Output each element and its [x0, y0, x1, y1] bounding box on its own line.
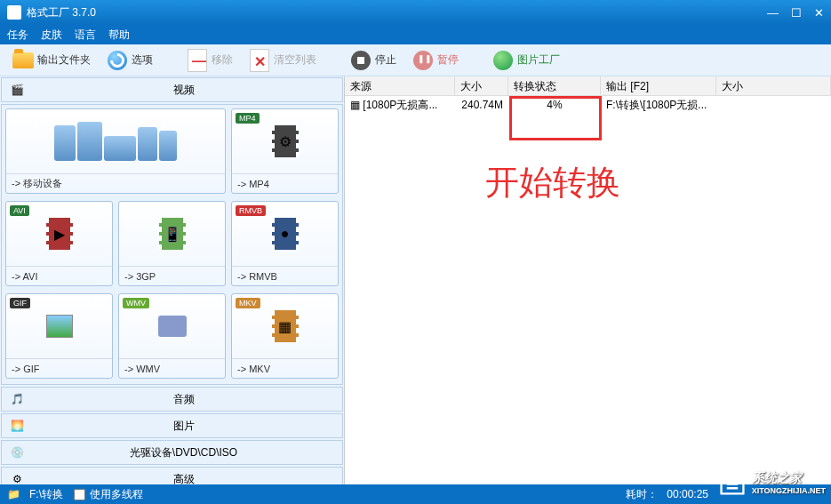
tile-rmvb[interactable]: RMVB● -> RMVB	[231, 201, 339, 286]
col-header-size[interactable]: 大小	[455, 76, 508, 95]
left-panel: 🎬 视频 -> 移动设备 MP4⚙ -> MP4	[0, 76, 345, 485]
remove-button[interactable]: 移除	[181, 48, 238, 73]
tile-devices-label: -> 移动设备	[6, 173, 225, 193]
category-video-label: 视频	[32, 83, 335, 98]
picture-category-icon: 🌅	[9, 418, 25, 434]
tile-gif-label: -> GIF	[6, 358, 112, 378]
stop-icon	[351, 51, 371, 70]
menu-bar: 任务 皮肤 语言 帮助	[0, 25, 831, 44]
close-button[interactable]: ✕	[814, 6, 824, 20]
stop-button[interactable]: 停止	[345, 48, 402, 73]
annotation-highlight-box	[509, 96, 602, 140]
status-bar: 📁 F:\转换 使用多线程 耗时： 00:00:25	[0, 484, 831, 504]
title-bar: 格式工厂 3.7.0 — ☐ ✕	[0, 0, 831, 25]
folder-small-icon: 📁	[7, 488, 20, 500]
pause-button[interactable]: 暂停	[407, 48, 464, 73]
picture-icon	[46, 315, 73, 338]
tile-mobile-devices[interactable]: -> 移动设备	[5, 108, 226, 194]
category-disc-label: 光驱设备\DVD\CD\ISO	[32, 445, 335, 460]
cell-source: [1080P无损高...	[363, 99, 437, 111]
tile-avi[interactable]: AVI▶ -> AVI	[5, 201, 113, 286]
clear-icon	[250, 49, 269, 72]
mkv-badge: MKV	[236, 298, 260, 308]
clear-label: 清空列表	[274, 52, 316, 68]
menu-language[interactable]: 语言	[75, 28, 96, 43]
remove-icon	[188, 49, 207, 72]
category-video[interactable]: 🎬 视频	[1, 77, 343, 102]
col-header-size2[interactable]: 大小	[716, 76, 831, 95]
devices-icon	[54, 122, 177, 161]
tile-mkv-label: -> MKV	[232, 358, 338, 378]
options-button[interactable]: 选项	[101, 48, 158, 73]
tile-rmvb-label: -> RMVB	[232, 266, 338, 285]
wmv-badge: WMV	[123, 298, 149, 308]
tile-wmv-label: -> WMV	[119, 358, 225, 378]
tile-mkv[interactable]: MKV▦ -> MKV	[231, 293, 339, 379]
film-icon: ●	[272, 218, 299, 250]
video-category-icon: 🎬	[9, 82, 25, 98]
menu-skin[interactable]: 皮肤	[41, 28, 62, 43]
output-path[interactable]: F:\转换	[29, 487, 63, 502]
category-audio[interactable]: 🎵 音频	[1, 387, 343, 412]
maximize-button[interactable]: ☐	[791, 6, 802, 20]
video-formats-grid: -> 移动设备 MP4⚙ -> MP4 AVI▶ -> AVI 📱 -> 3GP…	[1, 104, 343, 385]
tile-3gp[interactable]: 📱 -> 3GP	[118, 201, 226, 286]
clear-list-button[interactable]: 清空列表	[244, 48, 322, 73]
multithread-option[interactable]: 使用多线程	[72, 487, 143, 502]
gif-badge: GIF	[10, 298, 30, 308]
category-disc[interactable]: 💿 光驱设备\DVD\CD\ISO	[1, 440, 343, 465]
film-icon: ▦	[272, 310, 299, 342]
pause-icon	[413, 51, 433, 70]
film-icon: ⚙	[272, 125, 299, 157]
tile-mp4-label: -> MP4	[232, 173, 338, 193]
multithread-checkbox[interactable]	[74, 489, 85, 500]
picture-factory-button[interactable]: 图片工厂	[487, 48, 565, 73]
category-picture-label: 图片	[32, 419, 335, 434]
stop-label: 停止	[375, 52, 396, 68]
task-table-header: 来源 大小 转换状态 输出 [F2] 大小	[345, 76, 831, 96]
rmvb-badge: RMVB	[236, 205, 266, 216]
options-icon	[108, 51, 127, 70]
file-icon: ▦	[350, 99, 360, 111]
minimize-button[interactable]: —	[767, 6, 779, 20]
options-label: 选项	[132, 52, 153, 68]
audio-category-icon: 🎵	[9, 391, 25, 407]
pause-label: 暂停	[437, 52, 459, 68]
output-folder-button[interactable]: 输出文件夹	[7, 48, 96, 73]
menu-task[interactable]: 任务	[7, 28, 28, 43]
annotation-text: 开始转换	[485, 160, 620, 205]
app-icon	[7, 5, 21, 20]
col-header-status[interactable]: 转换状态	[508, 76, 601, 95]
avi-badge: AVI	[10, 205, 29, 216]
tile-gif[interactable]: GIF -> GIF	[5, 293, 113, 379]
tile-avi-label: -> AVI	[6, 266, 112, 285]
category-audio-label: 音频	[32, 392, 335, 407]
elapsed-value: 00:00:25	[667, 488, 708, 500]
film-icon: ▶	[46, 218, 73, 250]
cell-size: 240.74M	[455, 97, 508, 113]
film-icon: 📱	[159, 218, 186, 250]
col-header-output[interactable]: 输出 [F2]	[601, 76, 716, 95]
mp4-badge: MP4	[236, 113, 260, 124]
category-picture[interactable]: 🌅 图片	[1, 413, 343, 438]
picture-factory-label: 图片工厂	[517, 52, 560, 68]
toolbar: 输出文件夹 选项 移除 清空列表 停止 暂停 图片工厂	[0, 44, 831, 76]
tile-mp4[interactable]: MP4⚙ -> MP4	[231, 108, 339, 194]
tile-3gp-label: -> 3GP	[119, 266, 225, 285]
window-title: 格式工厂 3.7.0	[27, 5, 767, 20]
camera-icon	[158, 316, 187, 337]
col-header-source[interactable]: 来源	[345, 76, 455, 95]
remove-label: 移除	[212, 52, 233, 68]
cell-output: F:\转换\[1080P无损...	[601, 96, 716, 115]
tile-wmv[interactable]: WMV -> WMV	[118, 293, 226, 379]
folder-icon	[12, 52, 34, 68]
elapsed-label: 耗时：	[626, 487, 658, 502]
multithread-label: 使用多线程	[90, 487, 143, 502]
menu-help[interactable]: 帮助	[108, 28, 130, 43]
cell-size2	[716, 103, 831, 107]
picture-factory-icon	[493, 51, 513, 70]
output-folder-label: 输出文件夹	[37, 52, 91, 68]
disc-category-icon: 💿	[9, 444, 25, 460]
